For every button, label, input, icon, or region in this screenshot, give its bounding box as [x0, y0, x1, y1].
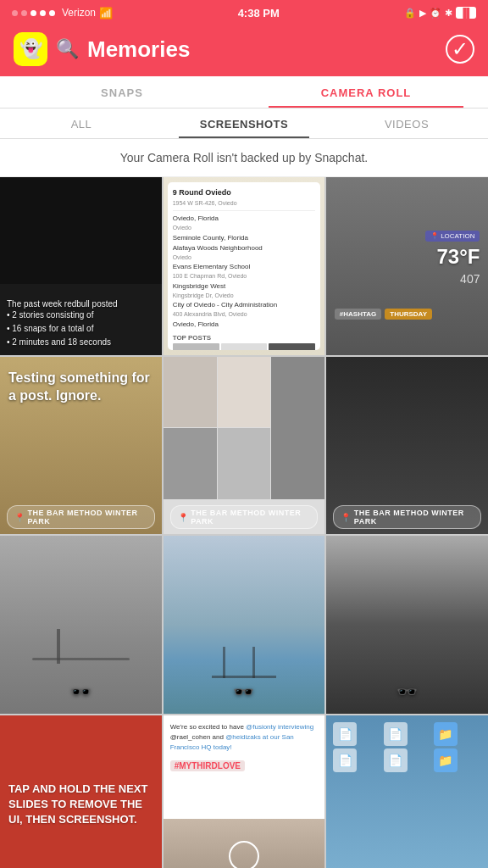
loc-item-2: Seminole County, Florida: [173, 233, 316, 243]
bluetooth-icon: ✱: [445, 8, 452, 19]
grid-item-6[interactable]: 📍 THE BAR METHOD WINTER PARK: [326, 357, 488, 535]
day-badge: THURSDAY: [385, 309, 432, 320]
search-icon[interactable]: 🔍: [56, 38, 79, 60]
grid-item-9[interactable]: 🕶️: [326, 536, 488, 714]
main-tab-bar: SNAPS CAMERA ROLL: [0, 76, 488, 108]
sub-tab-screenshots[interactable]: SCREENSHOTS: [163, 108, 325, 138]
top-posts-label: TOP POSTS: [173, 333, 316, 343]
pin-icon: 📍: [14, 513, 25, 522]
poster-mention-1: @fusionty interviewing: [246, 723, 313, 731]
check-button[interactable]: ✓: [446, 35, 474, 64]
cell3-bottom-badges: #HASHTAG THURSDAY: [335, 309, 480, 320]
file-icon-2: 📄: [384, 722, 408, 746]
grid-item-1[interactable]: The past week redbull posted • 2 stories…: [0, 177, 162, 355]
photo-grid: The past week redbull posted • 2 stories…: [0, 177, 488, 868]
cell10-text-area: TAP AND HOLD THE NEXT SLIDES TO REMOVE T…: [0, 773, 162, 837]
file-icon-4: 📄: [384, 748, 408, 772]
snapchat-logo: 👻: [14, 32, 47, 66]
grid-item-11[interactable]: We're so excited to have @fusionty inter…: [164, 715, 325, 868]
cell9-glasses: 🕶️: [396, 682, 418, 702]
mini-3: [269, 343, 315, 350]
cell8-glasses: 🕶️: [233, 682, 254, 702]
col-2: [218, 357, 271, 427]
wifi-icon: 📶: [99, 7, 113, 19]
stem: [57, 629, 60, 665]
loc-sub-6: 400 Alexandria Blvd, Oviedo: [173, 310, 316, 320]
cell5-location-tag: 📍 THE BAR METHOD WINTER PARK: [170, 505, 319, 529]
poster-hashtag: #MYTHIRDLOVE: [170, 760, 245, 771]
app-title: Memories: [87, 36, 190, 63]
pin-icon: 📍: [341, 513, 352, 522]
grid-item-7[interactable]: 🕶️: [0, 536, 162, 714]
grid-item-12[interactable]: 📄 📄 📁 📄 📄 📁 📍 COLD STONE / COLD STONE CR…: [326, 715, 488, 868]
sub-tab-bar: ALL SCREENSHOTS VIDEOS: [0, 108, 488, 139]
alarm-icon: ⏰: [430, 8, 441, 19]
file-icon-1: 📄: [333, 722, 357, 746]
loc-sub-1: Oviedo: [173, 224, 316, 233]
cell7-glasses: 🕶️: [70, 682, 92, 702]
poster-white-area: We're so excited to have @fusionty inter…: [164, 715, 325, 822]
col-5: [218, 428, 271, 498]
col-3: [271, 357, 324, 499]
signal-dot-3: [30, 10, 36, 16]
cell4-location-tag: 📍 THE BAR METHOD WINTER PARK: [7, 505, 155, 529]
cell4-text-area: Testing something for a post. Ignore.: [8, 370, 153, 409]
loc-item-4: Evans Elementary School: [173, 262, 316, 272]
col-4: [164, 428, 217, 498]
bullet-1: • 2 stories consisting of: [7, 309, 155, 322]
pier-surface: [212, 676, 276, 678]
grid-item-2[interactable]: 9 Round Oviedo 1954 W SR-426, Oviedo Ovi…: [164, 177, 325, 355]
file-icon-3: 📄: [333, 748, 357, 772]
pier-post-1: [223, 647, 225, 679]
pier-post-2: [252, 647, 255, 679]
lock-icon: 🔒: [404, 8, 416, 19]
header-left: 👻 🔍 Memories: [14, 32, 190, 66]
glasses-icon: 🕶️: [233, 682, 254, 701]
hashtag-badge: #HASHTAG: [335, 309, 381, 320]
sub-tab-videos[interactable]: VIDEOS: [325, 108, 488, 138]
grid-item-3[interactable]: 📍 LOCATION 73°F 407 #HASHTAG THURSDAY: [326, 177, 488, 355]
status-left: Verizon 📶: [12, 7, 113, 19]
mini-2: [221, 343, 268, 350]
mini-photo-grid: [173, 343, 316, 350]
cell12-desktop: 📄 📄 📁 📄 📄 📁: [326, 715, 488, 868]
bullet-2: • 16 snaps for a total of: [7, 322, 155, 336]
folder-icon-2: 📁: [434, 748, 458, 772]
signal-dot-5: [49, 10, 55, 16]
cell1-small-text: The past week redbull posted: [7, 299, 155, 309]
cell10-text: TAP AND HOLD THE NEXT SLIDES TO REMOVE T…: [8, 782, 153, 828]
location-badge: 📍 LOCATION: [425, 231, 480, 242]
poster-hashtag-area: #MYTHIRDLOVE: [170, 757, 319, 772]
mini-1: [173, 343, 219, 350]
cell12-overlay: 📍 COLD STONE / COLD STONE CREAMERY UCF: [326, 865, 488, 868]
desktop-icons: 📄 📄 📁 📄 📄 📁: [326, 715, 488, 779]
folder-icon-1: 📁: [434, 722, 458, 746]
grid-item-8[interactable]: 🕶️: [164, 536, 325, 714]
tab-camera-roll[interactable]: CAMERA ROLL: [244, 76, 488, 108]
loc-item-3: Alafaya Woods Neighborhood: [173, 243, 316, 253]
pin-icon: 📍: [430, 232, 439, 240]
poster-text: We're so excited to have @fusionty inter…: [170, 722, 319, 753]
sub-tab-all[interactable]: ALL: [0, 108, 163, 138]
tab-snaps[interactable]: SNAPS: [0, 76, 244, 108]
poster-image-area: [164, 819, 325, 868]
signal-dot-1: [12, 10, 18, 16]
status-bar: Verizon 📶 4:38 PM 🔒 ▶ ⏰ ✱ ▐▌: [0, 0, 488, 25]
check-icon: ✓: [452, 37, 469, 61]
cell6-location-tag: 📍 THE BAR METHOD WINTER PARK: [333, 505, 481, 529]
loc-item-1: Oviedo, Florida: [173, 214, 316, 224]
divider: [173, 210, 316, 211]
signal-dot-2: [21, 10, 27, 16]
cell6-overlay: 📍 THE BAR METHOD WINTER PARK: [326, 500, 488, 534]
bullet-3: • 2 minutes and 18 seconds: [7, 336, 155, 349]
ghost-icon: 👻: [19, 38, 42, 60]
grid-item-5[interactable]: 📍 THE BAR METHOD WINTER PARK: [164, 357, 325, 535]
grid-item-4[interactable]: Testing something for a post. Ignore. 📍 …: [0, 357, 162, 535]
cell1-bullets: • 2 stories consisting of • 16 snaps for…: [7, 309, 155, 349]
cell1-info: The past week redbull posted • 2 stories…: [0, 293, 162, 355]
status-time: 4:38 PM: [238, 7, 280, 19]
cell4-overlay: 📍 THE BAR METHOD WINTER PARK: [0, 500, 162, 534]
cell4-main-text: Testing something for a post. Ignore.: [8, 370, 153, 405]
loc-item-5: Kingsbridge West: [173, 281, 316, 292]
grid-item-10[interactable]: TAP AND HOLD THE NEXT SLIDES TO REMOVE T…: [0, 715, 162, 868]
